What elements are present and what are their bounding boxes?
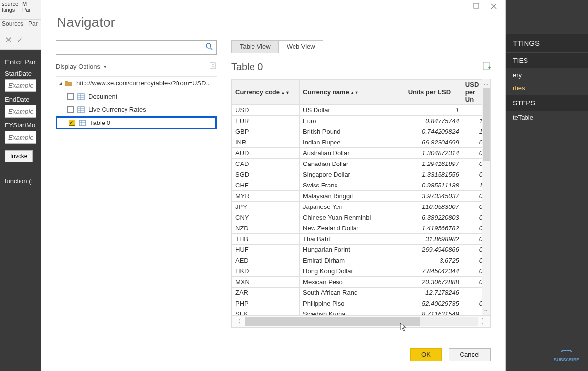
invoke-button[interactable]: Invoke	[5, 150, 33, 162]
table-row[interactable]: NZDNew Zealand Dollar1.4195667820	[232, 223, 486, 234]
add-column-icon[interactable]	[483, 62, 491, 72]
table-row[interactable]: INRIndian Rupee66.823046990	[232, 137, 486, 148]
col-currency-name[interactable]: Currency name▲▼	[300, 80, 405, 105]
cell-name: South African Rand	[300, 288, 405, 298]
scroll-left-icon[interactable]: 〈	[232, 317, 244, 326]
search-input[interactable]	[56, 41, 203, 54]
tree-checkbox[interactable]	[67, 106, 74, 113]
table-row[interactable]: GBPBritish Pound0.7442098241	[232, 126, 486, 137]
table-row[interactable]: PHPPhilippine Piso52.400297350	[232, 298, 486, 309]
ribbon-source: sourcettings	[0, 0, 21, 19]
table-row[interactable]: CHFSwiss Franc0.9855111381	[232, 180, 486, 191]
table-row[interactable]: AUDAustralian Dollar1.3048723140	[232, 148, 486, 159]
scroll-up-icon[interactable]: ︿	[482, 79, 490, 88]
table-row[interactable]: EUREuro0.847757441	[232, 116, 486, 126]
scroll-down-icon[interactable]: ﹀	[482, 307, 490, 315]
table-row[interactable]: SGDSingapore Dollar1.3315815560	[232, 169, 486, 180]
cell-units: 0.744209824	[405, 126, 462, 137]
search-icon[interactable]	[206, 43, 213, 52]
cell-code: AED	[232, 255, 300, 266]
cell-units: 12.7178246	[405, 288, 462, 298]
tree-node-document[interactable]: Document	[56, 90, 217, 103]
chevron-down-icon: ▼	[103, 65, 107, 70]
table-row[interactable]: HUFHungarian Forint269.49408660	[232, 245, 486, 255]
expand-icon[interactable]: ◢	[59, 81, 64, 86]
horizontal-scroll-thumb[interactable]	[245, 317, 420, 326]
table-row[interactable]: ZARSouth African Rand12.7178246	[232, 288, 486, 298]
background-ribbon-panel: sourcettings MPar Sources Par ✕ ✓ Enter …	[0, 0, 41, 371]
applied-steps-header: STEPS	[506, 95, 588, 111]
svg-rect-12	[78, 107, 84, 113]
data-table-container: Currency code▲▼ Currency name▲▼ Units pe…	[231, 79, 491, 328]
ok-button[interactable]: OK	[410, 348, 442, 361]
tree-node-table0[interactable]: Table 0	[56, 116, 217, 129]
table-row[interactable]: MYRMalaysian Ringgit3.9733450370	[232, 191, 486, 202]
table-icon	[78, 120, 87, 126]
cell-units: 31.8698982	[405, 234, 462, 245]
table-row[interactable]: CNYChinese Yuan Renminbi6.3892208030	[232, 212, 486, 223]
search-box[interactable]	[56, 40, 217, 55]
cell-name: New Zealand Dollar	[300, 223, 405, 234]
vertical-scrollbar[interactable]: ︿ ﹀	[482, 79, 490, 315]
tab-web-view[interactable]: Web View	[279, 40, 323, 53]
commit-check-icon[interactable]: ✓	[16, 35, 23, 45]
table-row[interactable]: THBThai Baht31.86989820	[232, 234, 486, 245]
tab-table-view[interactable]: Table View	[231, 40, 279, 53]
maximize-button[interactable]	[471, 3, 481, 13]
cell-code: CAD	[232, 159, 300, 169]
properties-item-all[interactable]: rties	[506, 82, 588, 95]
fystart-input[interactable]	[5, 131, 36, 144]
cell-name: Swedish Krona	[300, 309, 405, 316]
table-icon	[77, 106, 85, 113]
preview-panel: Table View Web View Table 0 Currency cod…	[231, 40, 491, 341]
tree-node-label: Table 0	[90, 119, 110, 126]
tree-root-node[interactable]: ◢ http://www.xe.com/currencytables/?from…	[56, 77, 217, 90]
preview-title: Table 0	[231, 62, 263, 73]
col-currency-code[interactable]: Currency code▲▼	[232, 80, 300, 105]
cell-code: CHF	[232, 180, 300, 191]
table-row[interactable]: AEDEmirati Dirham3.67250	[232, 255, 486, 266]
dna-icon	[560, 349, 573, 357]
cell-code: USD	[232, 105, 300, 116]
vertical-scroll-thumb[interactable]	[483, 88, 490, 161]
ribbon-sub: Sources Par	[0, 20, 41, 30]
horizontal-scrollbar[interactable]: 〈 〉	[232, 315, 490, 327]
parameter-panel: Enter Par StartDate EndDate FYStartMo In…	[0, 50, 41, 371]
tree-node-live-rates[interactable]: Live Currency Rates	[56, 103, 217, 116]
col-units-per-usd[interactable]: Units per USD	[405, 80, 462, 105]
table-row[interactable]: USDUS Dollar1	[232, 105, 486, 116]
refresh-icon[interactable]	[209, 62, 217, 71]
horizontal-scroll-track[interactable]	[245, 317, 478, 326]
tree-checkbox[interactable]	[67, 93, 74, 100]
table-row[interactable]: CADCanadian Dollar1.2941618970	[232, 159, 486, 169]
table-row[interactable]: JPYJapanese Yen110.05830070	[232, 202, 486, 212]
cell-units: 1.419566782	[405, 223, 462, 234]
svg-rect-8	[78, 94, 84, 100]
applied-step-item[interactable]: teTable	[506, 111, 588, 124]
svg-rect-5	[210, 63, 215, 69]
cell-units: 1.304872314	[405, 148, 462, 159]
table-row[interactable]: HKDHong Kong Dollar7.8450423440	[232, 266, 486, 277]
svg-rect-6	[65, 82, 72, 86]
data-table: Currency code▲▼ Currency name▲▼ Units pe…	[232, 79, 486, 315]
table-row[interactable]: SEKSwedish Krona8.711631549	[232, 309, 486, 316]
cell-units: 20.30672888	[405, 277, 462, 288]
cancel-button[interactable]: Cancel	[449, 348, 491, 361]
table-row[interactable]: MXNMexican Peso20.306728880	[232, 277, 486, 288]
preview-tabs: Table View Web View	[231, 40, 491, 55]
startdate-input[interactable]	[5, 79, 36, 92]
cell-code: ZAR	[232, 288, 300, 298]
properties-item-query[interactable]: ery	[506, 68, 588, 82]
scroll-right-icon[interactable]: 〉	[479, 317, 490, 326]
cell-code: MXN	[232, 277, 300, 288]
close-button[interactable]	[489, 3, 499, 13]
svg-point-3	[206, 43, 211, 48]
enddate-input[interactable]	[5, 105, 36, 118]
cancel-x-icon[interactable]: ✕	[5, 35, 12, 45]
cell-name: Mexican Peso	[300, 277, 405, 288]
tree-checkbox-checked[interactable]	[69, 120, 75, 126]
cell-units: 1	[405, 105, 462, 116]
cell-units: 52.40029735	[405, 298, 462, 309]
display-options-dropdown[interactable]: Display Options ▼	[56, 63, 107, 70]
cell-code: HKD	[232, 266, 300, 277]
